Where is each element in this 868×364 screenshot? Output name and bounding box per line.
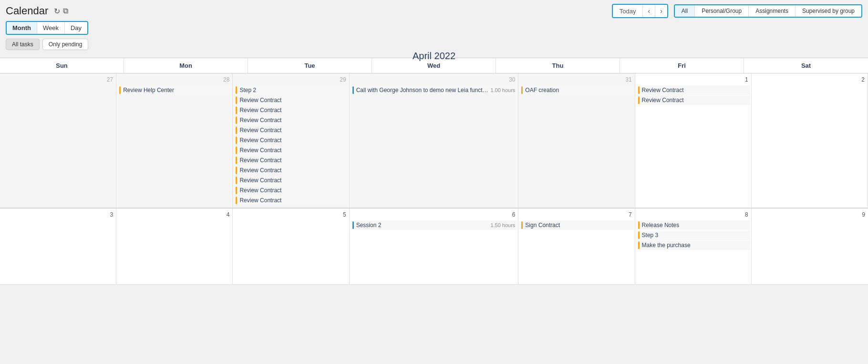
event-bar bbox=[352, 221, 354, 229]
event-item[interactable]: Review Contract bbox=[636, 85, 750, 95]
event-item[interactable]: Session 21.50 hours bbox=[351, 220, 517, 230]
calendar-cell: 27 bbox=[0, 73, 116, 208]
calendar-cell: 3 bbox=[0, 208, 116, 285]
event-bar bbox=[236, 187, 237, 194]
week-view-button[interactable]: Week bbox=[37, 22, 65, 34]
event-label: Review Contract bbox=[239, 167, 346, 174]
month-view-button[interactable]: Month bbox=[7, 22, 37, 34]
cell-date: 29 bbox=[233, 75, 349, 85]
event-bar bbox=[119, 86, 121, 94]
event-item[interactable]: Call with George Johnson to demo new Lei… bbox=[351, 85, 517, 95]
event-bar bbox=[638, 241, 640, 249]
event-item[interactable]: Review Contract bbox=[234, 105, 348, 115]
event-item[interactable]: Review Contract bbox=[234, 125, 348, 135]
event-label: Call with George Johnson to demo new Lei… bbox=[356, 87, 489, 94]
calendar-cell: 31OAF creation bbox=[518, 73, 635, 208]
event-item[interactable]: Review Contract bbox=[234, 196, 348, 205]
top-bar: Calendar ↻ ⧉ Today ‹ › All Personal/Grou… bbox=[0, 0, 868, 18]
event-label: Review Contract bbox=[239, 147, 346, 154]
calendar-header-row: April 2022 bbox=[0, 54, 868, 58]
cell-date: 6 bbox=[350, 210, 518, 220]
event-label: Review Contract bbox=[239, 137, 346, 144]
event-bar bbox=[236, 126, 237, 134]
only-pending-button[interactable]: Only pending bbox=[42, 39, 89, 50]
event-item[interactable]: Step 2 bbox=[234, 85, 348, 95]
event-label: Review Help Center bbox=[123, 87, 229, 94]
event-item[interactable]: Review Contract bbox=[234, 115, 348, 125]
cell-date: 30 bbox=[350, 75, 518, 85]
day-header-thu: Thu bbox=[496, 58, 620, 73]
event-bar bbox=[352, 86, 354, 94]
cell-date: 27 bbox=[0, 75, 116, 85]
event-item[interactable]: Review Contract bbox=[636, 95, 750, 105]
calendar-cell: 4 bbox=[116, 208, 233, 285]
event-bar bbox=[236, 86, 237, 94]
event-label: Release Notes bbox=[642, 222, 748, 229]
event-bar bbox=[236, 116, 237, 124]
today-button[interactable]: Today bbox=[613, 5, 643, 17]
next-button[interactable]: › bbox=[655, 5, 667, 17]
refresh-icon[interactable]: ↻ bbox=[54, 7, 60, 16]
event-item[interactable]: Step 3 bbox=[636, 230, 750, 240]
view-controls: Month Week Day bbox=[6, 21, 88, 35]
copy-icon[interactable]: ⧉ bbox=[63, 7, 68, 15]
event-bar bbox=[638, 221, 640, 229]
all-tasks-button[interactable]: All tasks bbox=[6, 39, 40, 50]
event-bar bbox=[236, 136, 237, 144]
event-label: Review Contract bbox=[239, 177, 346, 184]
cell-date: 5 bbox=[233, 210, 349, 220]
event-label: Review Contract bbox=[239, 157, 346, 164]
prev-button[interactable]: ‹ bbox=[643, 5, 655, 17]
day-header-fri: Fri bbox=[620, 58, 744, 73]
event-bar bbox=[236, 166, 237, 174]
event-label: Make the purchase bbox=[642, 242, 748, 249]
event-label: Step 2 bbox=[239, 87, 346, 94]
event-item[interactable]: Review Contract bbox=[234, 156, 348, 165]
event-item[interactable]: Review Contract bbox=[234, 95, 348, 105]
event-item[interactable]: OAF creation bbox=[519, 85, 633, 95]
calendar-cell: 9 bbox=[752, 208, 868, 285]
cell-date: 4 bbox=[116, 210, 232, 220]
event-item[interactable]: Review Contract bbox=[234, 146, 348, 155]
calendar-cell: 29Step 2Review ContractReview ContractRe… bbox=[233, 73, 349, 208]
right-filter-group: All Personal/Group Assignments Supervise… bbox=[674, 4, 862, 18]
event-item[interactable]: Make the purchase bbox=[636, 240, 750, 250]
event-bar bbox=[236, 146, 237, 154]
filter-all-button[interactable]: All bbox=[675, 5, 695, 17]
event-bar bbox=[236, 177, 237, 184]
app-title: Calendar bbox=[6, 5, 48, 17]
filter-assignments-button[interactable]: Assignments bbox=[749, 5, 796, 17]
day-view-button[interactable]: Day bbox=[65, 22, 87, 34]
event-item[interactable]: Release Notes bbox=[636, 220, 750, 230]
event-label: Review Contract bbox=[642, 97, 748, 104]
event-label: Review Contract bbox=[239, 97, 346, 104]
event-item[interactable]: Review Contract bbox=[234, 186, 348, 195]
cell-date: 7 bbox=[518, 210, 634, 220]
event-item[interactable]: Review Contract bbox=[234, 176, 348, 185]
cell-date: 8 bbox=[635, 210, 751, 220]
event-item[interactable]: Review Contract bbox=[234, 166, 348, 175]
day-header-sat: Sat bbox=[744, 58, 868, 73]
filter-supervised-button[interactable]: Supervised by group bbox=[796, 5, 861, 17]
event-item[interactable]: Sign Contract bbox=[519, 220, 633, 230]
event-item[interactable]: Review Contract bbox=[234, 135, 348, 145]
calendar-cell: 2 bbox=[752, 73, 868, 208]
event-label: Review Contract bbox=[239, 107, 346, 114]
event-hours: 1.00 hours bbox=[490, 87, 515, 93]
cell-date: 31 bbox=[518, 75, 634, 85]
cell-date: 28 bbox=[116, 75, 232, 85]
calendar-cell: 8Release NotesStep 3Make the purchase bbox=[635, 208, 752, 285]
event-bar bbox=[638, 86, 640, 94]
filter-personal-group-button[interactable]: Personal/Group bbox=[695, 5, 749, 17]
event-label: Review Contract bbox=[239, 197, 346, 204]
event-bar bbox=[638, 231, 640, 239]
event-bar bbox=[236, 106, 237, 114]
event-bar bbox=[236, 96, 237, 104]
event-bar bbox=[236, 197, 237, 204]
event-hours: 1.50 hours bbox=[490, 222, 515, 228]
event-label: Review Contract bbox=[239, 127, 346, 134]
event-item[interactable]: Review Help Center bbox=[117, 85, 231, 95]
event-label: Review Contract bbox=[239, 187, 346, 194]
calendar-cell: 6Session 21.50 hours bbox=[350, 208, 519, 285]
event-label: Review Contract bbox=[239, 117, 346, 124]
